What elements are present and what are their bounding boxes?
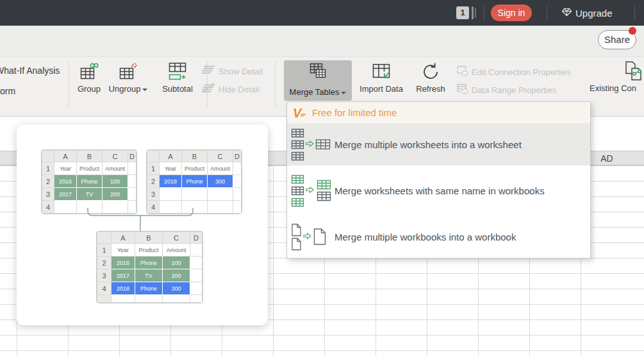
refresh-button[interactable]: Refresh [413, 61, 449, 94]
data-cell: 200 [163, 269, 190, 282]
data-cell: Year [160, 162, 182, 175]
refresh-icon [421, 61, 440, 83]
data-cell: Product [77, 162, 103, 175]
data-cell: Amount [163, 244, 190, 257]
app-window: 1 Sign in Upgrade Share AD What-If Analy… [0, 0, 644, 356]
data-cell: Year [111, 244, 135, 257]
row-number: 4 [42, 201, 54, 214]
data-cell [135, 295, 163, 303]
corner-cell [147, 151, 160, 162]
ribbon-divider [69, 61, 69, 107]
merge-tables-icon [284, 62, 352, 83]
menu-item-label: Merge multiple workbooks into a workbook [334, 232, 516, 242]
group-icon [79, 61, 99, 83]
merge-worksheets-icon [291, 128, 331, 161]
what-if-analysis-button[interactable]: What-If Analysis [0, 65, 60, 76]
data-cell [190, 257, 202, 269]
row-number: 3 [97, 269, 111, 282]
import-data-icon [372, 61, 391, 83]
hide-detail-label: Hide Detail [219, 85, 260, 94]
dropdown-caret-icon [341, 92, 346, 94]
menu-item-label: Merge multiple worksheets into a workshe… [334, 139, 522, 150]
column-letter: D [233, 151, 242, 162]
data-cell: 300 [163, 282, 190, 295]
subtotal-button[interactable]: Subtotal [156, 61, 199, 94]
refresh-label: Refresh [416, 84, 445, 94]
data-cell: Product [135, 244, 163, 257]
quick-access-bar: Share [0, 26, 644, 57]
menu-item-label: Merge worksheets with same name in workb… [334, 185, 545, 196]
menu-item-merge-same-name-worksheets[interactable]: Merge worksheets with same name in workb… [287, 165, 590, 216]
data-cell: Amount [208, 162, 233, 175]
dropdown-caret-icon [142, 89, 147, 91]
group-label: Group [78, 84, 101, 94]
titlebar-divider [547, 6, 547, 20]
data-cell [160, 188, 182, 201]
menu-item-merge-worksheets[interactable]: Merge multiple worksheets into a workshe… [287, 123, 590, 165]
promo-banner: VIP Free for limited time [287, 102, 590, 123]
edit-connection-properties-icon [456, 65, 468, 79]
green-arrow-icon [306, 139, 314, 150]
data-range-properties-button: Data Range Properties [456, 83, 556, 97]
data-cell: Phone [77, 175, 103, 188]
data-range-properties-icon [456, 83, 468, 97]
merge-tables-button[interactable]: Merge Tables [284, 60, 352, 101]
data-cell: Amount [103, 162, 128, 175]
existing-connection-icon [624, 60, 644, 82]
data-cell: 2017 [111, 269, 135, 282]
column-letter: B [182, 151, 208, 162]
data-cell: 2018 [111, 282, 135, 295]
data-cell: Phone [135, 257, 163, 269]
data-cell [163, 295, 190, 303]
subtotal-icon [168, 61, 187, 83]
hide-detail-button: Hide Detail [201, 83, 260, 96]
ungroup-label: Ungroup [109, 84, 148, 94]
import-data-button[interactable]: Import Data [358, 61, 405, 94]
vip-icon: VIP [293, 107, 306, 119]
data-cell: Year [54, 162, 77, 175]
data-cell [233, 175, 242, 188]
column-letter: D [190, 232, 202, 244]
data-cell [208, 188, 233, 201]
data-cell [54, 201, 77, 214]
form-button[interactable]: orm [0, 86, 15, 96]
data-cell: 300 [208, 175, 233, 188]
title-bar: 1 Sign in Upgrade [0, 0, 644, 26]
data-cell: TV [77, 188, 103, 201]
merge-tables-label: Merge Tables [290, 87, 347, 97]
merge-preview-panel: ABCD1YearProductAmount22016Phone10032017… [17, 124, 268, 325]
edit-connection-properties-button: Edit Connection Properties [456, 65, 571, 79]
upgrade-label: Upgrade [575, 8, 613, 19]
data-cell: Product [182, 162, 208, 175]
column-letter: A [160, 151, 182, 162]
data-cell: Phone [135, 282, 163, 295]
existing-connection-button[interactable]: Existing Con [590, 60, 644, 93]
ribbon-divider [275, 61, 276, 107]
ungroup-button[interactable]: Ungroup [108, 61, 149, 94]
column-letter: A [111, 232, 135, 244]
merge-tables-dropdown-menu: VIP Free for limited time Merge multiple… [286, 101, 591, 259]
row-number: 3 [42, 188, 54, 201]
data-cell: 100 [163, 257, 190, 269]
upgrade-button[interactable]: Upgrade [561, 6, 613, 20]
data-cell [128, 175, 136, 188]
existing-connection-label: Existing Con [590, 83, 636, 93]
green-arrow-icon [306, 185, 314, 196]
row-number: 2 [147, 175, 160, 188]
menu-item-merge-workbooks[interactable]: Merge multiple workbooks into a workbook [287, 216, 590, 258]
window-stack-icon [472, 6, 474, 19]
corner-cell [42, 151, 54, 162]
row-number: 2 [42, 175, 54, 188]
data-cell: TV [135, 269, 163, 282]
ungroup-icon [119, 61, 138, 83]
window-count-badge[interactable]: 1 [456, 6, 469, 19]
row-number [97, 295, 111, 303]
data-cell [128, 162, 136, 175]
data-cell [111, 295, 135, 303]
sign-in-button[interactable]: Sign in [491, 4, 532, 21]
data-cell: 2016 [111, 257, 135, 269]
data-cell [233, 201, 242, 214]
data-cell [182, 188, 208, 201]
merge-same-name-icon [291, 174, 331, 207]
group-button[interactable]: Group [73, 61, 105, 94]
